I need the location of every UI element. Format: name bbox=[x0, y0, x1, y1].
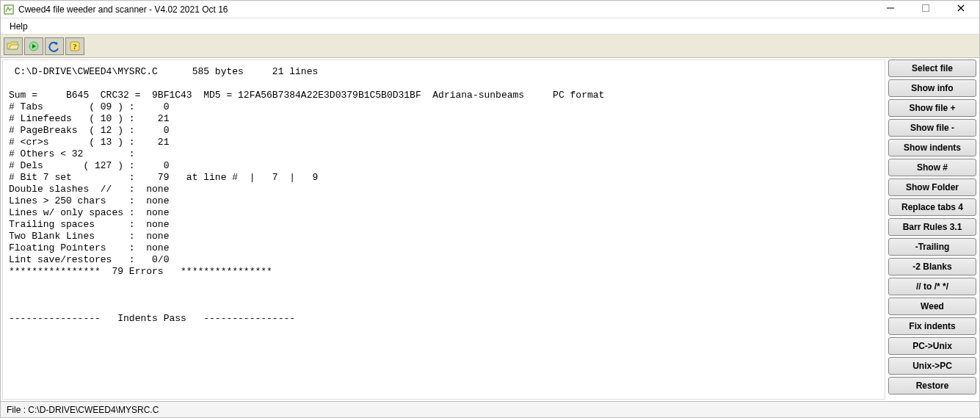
svg-rect-2 bbox=[923, 5, 929, 12]
toolbar: ? bbox=[1, 35, 979, 58]
window-title: Cweed4 file weeder and scanner - V4.02 2… bbox=[18, 4, 879, 15]
status-bar: File : C:\D-DRIVE\CWEED4\MYSRC.C bbox=[1, 401, 979, 417]
show-file-plus-button[interactable]: Show file + bbox=[888, 99, 976, 117]
trailing-button[interactable]: -Trailing bbox=[888, 238, 976, 256]
svg-text:?: ? bbox=[73, 42, 77, 51]
show-file-minus-button[interactable]: Show file - bbox=[888, 119, 976, 137]
undo-toolbar-button[interactable] bbox=[45, 37, 64, 55]
fix-indents-button[interactable]: Fix indents bbox=[888, 317, 976, 335]
title-bar: Cweed4 file weeder and scanner - V4.02 2… bbox=[1, 1, 979, 18]
show-hash-button[interactable]: Show # bbox=[888, 159, 976, 176]
show-info-button[interactable]: Show info bbox=[888, 79, 976, 97]
blanks-button[interactable]: -2 Blanks bbox=[888, 258, 976, 275]
restore-button[interactable]: Restore bbox=[888, 377, 976, 394]
run-toolbar-button[interactable] bbox=[24, 37, 43, 55]
show-indents-button[interactable]: Show indents bbox=[888, 139, 976, 156]
weed-button[interactable]: Weed bbox=[888, 298, 976, 315]
menu-help[interactable]: Help bbox=[5, 20, 32, 33]
window-controls bbox=[879, 4, 972, 15]
work-area: C:\D-DRIVE\CWEED4\MYSRC.C 585 bytes 21 l… bbox=[1, 58, 979, 401]
close-button[interactable] bbox=[950, 4, 972, 15]
minimize-button[interactable] bbox=[879, 4, 901, 15]
pc-unix-button[interactable]: PC->Unix bbox=[888, 337, 976, 355]
help-toolbar-button[interactable]: ? bbox=[65, 37, 84, 55]
output-text-area[interactable]: C:\D-DRIVE\CWEED4\MYSRC.C 585 bytes 21 l… bbox=[2, 60, 885, 400]
status-text: File : C:\D-DRIVE\CWEED4\MYSRC.C bbox=[7, 405, 159, 415]
maximize-button[interactable] bbox=[915, 4, 937, 15]
app-icon bbox=[4, 4, 14, 15]
slash-convert-button[interactable]: // to /* */ bbox=[888, 278, 976, 295]
select-file-button[interactable]: Select file bbox=[888, 60, 976, 77]
show-folder-button[interactable]: Show Folder bbox=[888, 179, 976, 196]
replace-tabs-button[interactable]: Replace tabs 4 bbox=[888, 198, 976, 216]
action-panel: Select file Show info Show file + Show f… bbox=[887, 58, 979, 401]
open-file-toolbar-button[interactable] bbox=[4, 37, 23, 55]
barr-rules-button[interactable]: Barr Rules 3.1 bbox=[888, 218, 976, 236]
menu-bar: Help bbox=[1, 18, 979, 35]
unix-pc-button[interactable]: Unix->PC bbox=[888, 357, 976, 375]
